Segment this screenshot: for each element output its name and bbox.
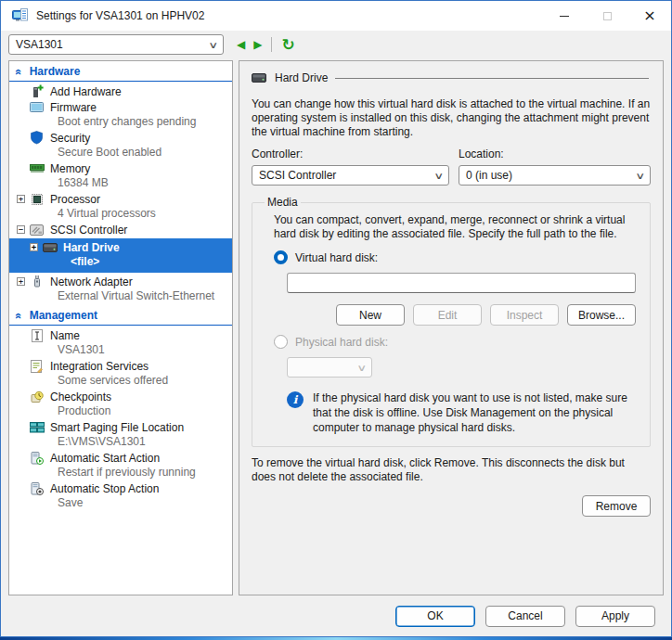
sidebar-item-integration-services[interactable]: Integration Services — [9, 358, 232, 374]
location-value: 0 (in use) — [466, 169, 512, 182]
physical-hard-disk-option: Physical hard disk: — [274, 335, 638, 349]
memory-icon — [29, 161, 45, 175]
sidebar-item-hard-drive[interactable]: + Hard Drive <file> — [9, 238, 232, 273]
header-rule — [335, 78, 649, 79]
chevron-down-icon: ∨ — [433, 171, 444, 181]
sidebar-item-security-status: Secure Boot enabled — [9, 146, 232, 160]
window-title: Settings for VSA1301 on HPHV02 — [36, 9, 204, 22]
sidebar-item-network-adapter[interactable]: + Network Adapter — [9, 274, 232, 289]
sidebar-item-firmware-status: Boot entry changes pending — [9, 115, 232, 130]
cancel-button[interactable]: Cancel — [485, 606, 565, 627]
expand-toggle-icon[interactable]: + — [17, 277, 25, 286]
sidebar-item-firmware[interactable]: Firmware — [9, 99, 232, 115]
sidebar-item-name-value: VSA1301 — [9, 343, 232, 358]
sidebar-item-auto-start[interactable]: Automatic Start Action — [9, 450, 232, 466]
remove-button[interactable]: Remove — [582, 495, 651, 517]
shield-icon — [29, 131, 45, 145]
scsi-controller-icon — [29, 223, 45, 237]
sidebar-item-security[interactable]: Security — [9, 130, 232, 146]
hyperv-settings-icon — [12, 8, 28, 23]
ok-button[interactable]: OK — [395, 606, 475, 627]
auto-stop-icon — [29, 481, 45, 495]
vm-selector-value: VSA1301 — [16, 38, 63, 51]
firmware-icon — [29, 100, 45, 114]
expand-toggle-icon[interactable]: + — [17, 195, 25, 203]
virtual-hard-disk-option: Virtual hard disk: — [274, 250, 638, 264]
minimize-button[interactable] — [543, 1, 586, 31]
sidebar-item-checkpoints-status: Production — [9, 404, 232, 419]
attachment-row: Controller: SCSI Controller ∨ Location: … — [250, 147, 653, 186]
content-area: « Hardware Add Hardware Firmware Boot en… — [1, 58, 671, 595]
close-button[interactable]: × — [628, 1, 671, 31]
apply-button[interactable]: Apply — [575, 606, 655, 627]
location-label: Location: — [459, 147, 651, 160]
hard-drive-panel: Hard Drive You can change how this virtu… — [239, 60, 664, 595]
intro-text: You can change how this virtual hard dis… — [252, 97, 651, 139]
physical-disk-info: i If the physical hard disk you want to … — [287, 390, 636, 435]
controller-label: Controller: — [252, 147, 449, 160]
vm-toolbar: VSA1301 ∨ ◀ ▶ ↻ — [1, 31, 671, 58]
refresh-icon[interactable]: ↻ — [281, 37, 294, 53]
new-button[interactable]: New — [336, 304, 405, 326]
vhd-path-input[interactable] — [287, 273, 636, 293]
integration-services-icon — [29, 359, 45, 373]
navigate-back-icon[interactable]: ◀ — [237, 38, 245, 51]
physical-hard-disk-radio — [274, 335, 288, 349]
sidebar-item-name[interactable]: Name — [9, 327, 232, 343]
chevron-down-icon: ∨ — [208, 40, 218, 50]
sidebar-item-scsi-controller[interactable]: − SCSI Controller — [9, 222, 232, 237]
network-adapter-icon — [29, 275, 45, 288]
info-icon: i — [287, 391, 304, 408]
close-icon: × — [643, 8, 655, 23]
chevron-down-icon: ∨ — [356, 363, 367, 373]
navigate-forward-icon[interactable]: ▶ — [253, 38, 262, 51]
chevron-down-icon: ∨ — [635, 171, 645, 181]
sidebar-item-memory-status: 16384 MB — [9, 176, 232, 191]
browse-button[interactable]: Browse... — [567, 304, 636, 326]
title-bar: Settings for VSA1301 on HPHV02 × — [1, 1, 671, 31]
dialog-footer: OK Cancel Apply — [1, 595, 671, 636]
collapse-chevron-icon: « — [13, 69, 24, 74]
inspect-button: Inspect — [490, 304, 559, 326]
sidebar-item-checkpoints[interactable]: Checkpoints — [9, 389, 232, 404]
edit-button: Edit — [413, 304, 482, 326]
vm-selector[interactable]: VSA1301 ∨ — [8, 34, 224, 55]
page-title: Hard Drive — [275, 71, 328, 84]
maximize-button — [586, 1, 628, 31]
checkpoints-icon — [29, 390, 45, 403]
page-header: Hard Drive — [252, 71, 651, 84]
section-title: Hardware — [30, 65, 81, 78]
media-groupbox: Media You can compact, convert, expand, … — [252, 196, 651, 447]
sidebar-item-network-adapter-status: External Virtual Switch-Ethernet — [9, 289, 232, 304]
controller-value: SCSI Controller — [259, 169, 336, 182]
sidebar-section-management[interactable]: « Management — [9, 308, 232, 326]
remove-row: Remove — [250, 495, 653, 517]
minimize-icon — [560, 16, 569, 17]
sidebar-item-processor[interactable]: + Processor — [9, 191, 232, 207]
virtual-hard-disk-radio[interactable] — [274, 250, 288, 264]
collapse-chevron-icon: « — [13, 313, 24, 318]
sidebar-item-add-hardware[interactable]: Add Hardware — [9, 83, 232, 99]
sidebar-item-processor-status: 4 Virtual processors — [9, 207, 232, 222]
add-hardware-icon — [29, 84, 45, 98]
desktop-background: Settings for VSA1301 on HPHV02 × VSA1301… — [0, 0, 672, 640]
caption-buttons: × — [543, 1, 671, 31]
sidebar-item-auto-stop[interactable]: Automatic Stop Action — [9, 480, 232, 496]
sidebar-item-smart-paging[interactable]: Smart Paging File Location — [9, 419, 232, 435]
maximize-icon — [603, 12, 612, 20]
sidebar-item-auto-stop-status: Save — [9, 496, 232, 511]
hard-drive-icon — [42, 240, 58, 254]
collapse-toggle-icon[interactable]: − — [17, 225, 25, 234]
location-select[interactable]: 0 (in use) ∨ — [459, 165, 651, 186]
auto-start-icon — [29, 451, 45, 465]
physical-disk-select: ∨ — [287, 357, 372, 378]
settings-window: Settings for VSA1301 on HPHV02 × VSA1301… — [0, 0, 672, 637]
rename-icon — [29, 328, 45, 342]
sidebar-section-hardware[interactable]: « Hardware — [9, 64, 232, 82]
sidebar-item-memory[interactable]: Memory — [9, 160, 232, 176]
sidebar-item-integration-services-status: Some services offered — [9, 374, 232, 389]
virtual-hard-disk-label: Virtual hard disk: — [295, 251, 378, 264]
sidebar-item-auto-start-status: Restart if previously running — [9, 466, 232, 480]
controller-select[interactable]: SCSI Controller ∨ — [252, 165, 449, 186]
expand-toggle-icon[interactable]: + — [30, 243, 38, 251]
